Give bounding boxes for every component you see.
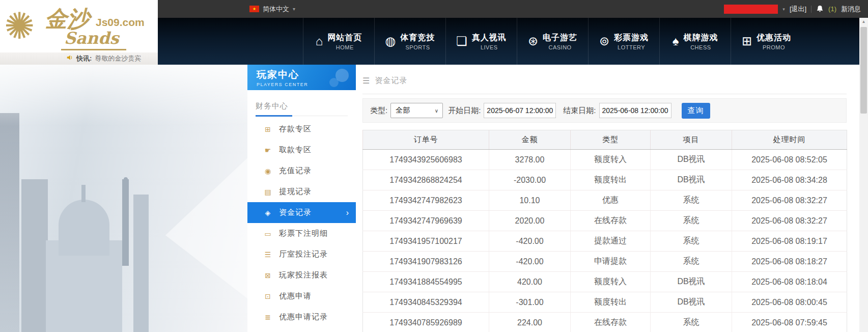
cell-type: 提款通过 [571, 231, 651, 252]
hamburger-icon: ☰ [362, 76, 370, 86]
table-header-cell: 类型 [571, 130, 651, 150]
select-caret-icon: ∨ [435, 108, 438, 114]
sidebar-item[interactable]: ☛ 取款专区 [247, 140, 356, 160]
sun-logo-icon: ✺ [4, 4, 35, 48]
cell-order-number: 1749340845329394 [363, 292, 489, 313]
sidebar-item-label: 彩票下注明细 [279, 229, 328, 238]
cell-amount: -420.00 [489, 231, 571, 252]
brand-logo[interactable]: ✺ 金沙 Js09.com Sands [0, 0, 158, 52]
cell-order-number: 1749343925606983 [363, 150, 489, 170]
sidebar-item-label: 取款专区 [279, 145, 312, 155]
nav-item-labels: 棋牌游戏 CHESS [683, 33, 718, 50]
type-select[interactable]: 全部 ∨ [390, 103, 443, 118]
sidebar-item[interactable]: ⊠ 玩家投注报表 [247, 265, 356, 286]
username-redacted[interactable] [724, 5, 778, 14]
sidebar-item[interactable]: ⊡ 优惠申请 [247, 286, 356, 307]
type-select-value: 全部 [396, 106, 410, 115]
main-nav: ⌂ 网站首页 HOME ◍ 体育竞技 SPORTS ❏ 真人视讯 LI [158, 18, 868, 65]
nav-item-label-en: PROMO [763, 44, 785, 50]
sidebar-item-label: 优惠申请 [279, 291, 312, 301]
nav-item[interactable]: ⊞ 优惠活动 PROMO [731, 18, 802, 65]
end-date-input[interactable] [599, 103, 671, 118]
nav-item-label-cn: 真人视讯 [472, 33, 507, 43]
nav-item-label-cn: 优惠活动 [757, 33, 791, 43]
cell-order-number: 1749341907983126 [363, 252, 489, 272]
language-selector[interactable]: ★ 简体中文 ▾ [249, 0, 295, 18]
cell-process-time: 2025-06-08 08:19:17 [732, 231, 847, 252]
sidebar-item-label: 提现记录 [279, 187, 312, 197]
nav-item[interactable]: ⊚ 彩票游戏 LOTTERY [588, 18, 659, 65]
room-bet-records-icon: ☰ [263, 251, 273, 259]
sidebar-item[interactable]: ▤ 提现记录 [247, 181, 356, 202]
nav-item-label-cn: 电子游艺 [543, 33, 577, 43]
haze-overlay [0, 65, 247, 126]
statue-silhouette [122, 179, 129, 266]
cell-project: DB视讯 [651, 170, 732, 190]
lottery-bet-details-icon: ▭ [263, 230, 273, 238]
building-silhouette [133, 195, 149, 332]
cell-process-time: 2025-06-08 08:52:05 [732, 150, 847, 170]
nav-item-label-cn: 体育竞技 [400, 33, 435, 43]
sidebar-menu: ⊞ 存款专区 ☛ 取款专区 ◉ 充值记录 ▤ 提现记录 ◈ [247, 119, 356, 327]
recharge-records-icon: ◉ [263, 167, 273, 175]
withdrawal-records-icon: ▤ [263, 188, 273, 196]
sidebar-item[interactable]: ◈ 资金记录 › [247, 202, 356, 223]
triangle-watermark [165, 151, 247, 304]
funds-records-table: 订单号金额类型项目处理时间 1749343925606983 3278.00 额… [362, 130, 847, 332]
table-body: 1749343925606983 3278.00 额度转入 DB视讯 2025-… [363, 150, 847, 332]
scroll-up-arrow-icon[interactable]: ▲ [859, 19, 868, 24]
cell-process-time: 2025-06-08 08:32:27 [732, 190, 847, 211]
sidebar-item[interactable]: ⊞ 存款专区 [247, 119, 356, 140]
cell-type: 额度转入 [571, 150, 651, 170]
start-date-input[interactable] [484, 103, 556, 118]
sidebar-item[interactable]: ≣ 优惠申请记录 [247, 307, 356, 327]
logout-link[interactable]: [退出] [790, 5, 806, 14]
sidebar-item[interactable]: ☰ 厅室投注记录 [247, 244, 356, 265]
deposit-zone-icon: ⊞ [263, 125, 273, 133]
nav-item[interactable]: ♠ 棋牌游戏 CHESS [659, 18, 731, 65]
search-button[interactable]: 查询 [682, 103, 710, 119]
china-flag-icon: ★ [249, 6, 259, 12]
top-bar: ★ 简体中文 ▾ ▾ [退出] (1) 新消息 [158, 0, 868, 18]
start-date-label: 开始日期: [448, 106, 481, 116]
sidebar-item[interactable]: ◉ 充值记录 [247, 160, 356, 181]
cell-amount: 3278.00 [489, 150, 571, 170]
table-row: 1749340845329394 -301.00 额度转出 DB视讯 2025-… [363, 292, 847, 313]
home-icon: ⌂ [316, 35, 323, 47]
cell-type: 在线存款 [571, 211, 651, 231]
type-label: 类型: [370, 106, 387, 116]
page: ★ 简体中文 ▾ ▾ [退出] (1) 新消息 ⌂ 网站首页 HOME [0, 0, 868, 332]
basketball-icon: ◍ [385, 35, 396, 47]
end-date-label: 结束日期: [563, 106, 596, 116]
cell-type: 优惠 [571, 190, 651, 211]
sidebar-item[interactable]: ▭ 彩票下注明细 [247, 223, 356, 244]
brand-name-script: Sands [61, 29, 126, 50]
roulette-icon: ⊛ [528, 35, 538, 47]
divider [811, 6, 811, 13]
nav-item-labels: 彩票游戏 LOTTERY [614, 33, 649, 50]
nav-item[interactable]: ◍ 体育竞技 SPORTS [374, 18, 445, 65]
sidebar-item-label: 存款专区 [279, 124, 312, 134]
table-header-cell: 订单号 [363, 130, 489, 150]
cell-type: 额度转出 [571, 292, 651, 313]
nav-item[interactable]: ❏ 真人视讯 LIVES [445, 18, 517, 65]
bell-icon[interactable] [816, 5, 824, 13]
table-header-cell: 金额 [489, 130, 571, 150]
vertical-scrollbar[interactable]: ▲ [859, 18, 868, 332]
lottery-balls-icon: ⊚ [599, 35, 609, 47]
nav-item-label-cn: 棋牌游戏 [683, 33, 718, 43]
cell-type: 在线存款 [571, 313, 651, 332]
scrollbar-thumb[interactable] [860, 27, 867, 114]
cell-order-number: 1749342747969639 [363, 211, 489, 231]
cell-process-time: 2025-06-08 08:18:27 [732, 252, 847, 272]
nav-item-label-en: LIVES [481, 44, 498, 50]
nav-item[interactable]: ⊛ 电子游艺 CASINO [517, 18, 588, 65]
filter-bar: 类型: 全部 ∨ 开始日期: 结束日期: 查询 [362, 98, 847, 123]
cell-process-time: 2025-06-08 07:59:45 [732, 313, 847, 332]
cell-project: 系统 [651, 252, 732, 272]
cell-order-number: 1749342868824254 [363, 170, 489, 190]
nav-item[interactable]: ⌂ 网站首页 HOME [303, 18, 374, 65]
new-messages-link[interactable]: 新消息 [841, 5, 861, 14]
sidebar-header[interactable]: 玩家中心 PLAYERS CENTER [247, 65, 356, 90]
nav-item-labels: 体育竞技 SPORTS [400, 33, 435, 50]
